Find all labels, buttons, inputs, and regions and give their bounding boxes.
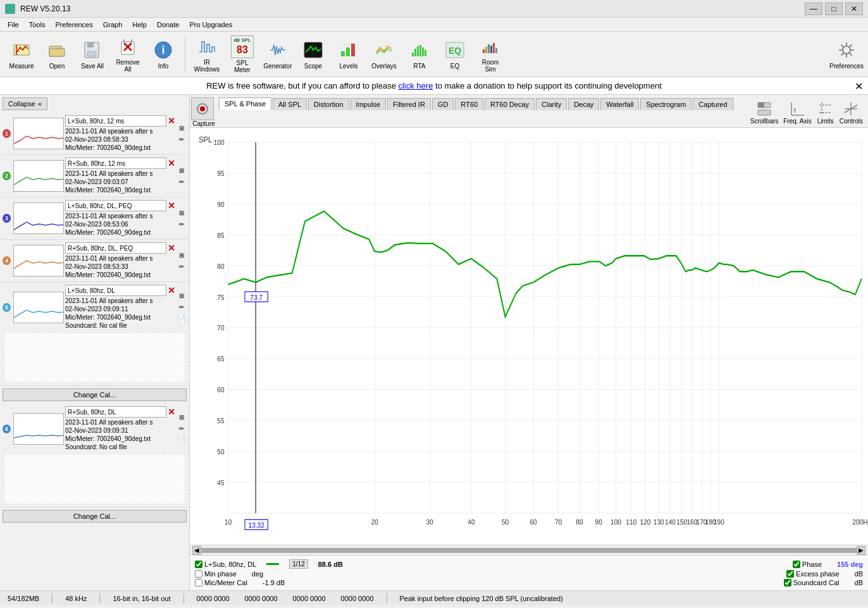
scroll-right-arrow[interactable]: ▶ bbox=[857, 546, 865, 555]
scope-button[interactable]: Scope bbox=[297, 34, 330, 75]
legend-mic-cal-label-container[interactable]: Mic/Meter Cal bbox=[195, 579, 247, 586]
measurement-remove-6[interactable]: ✕ bbox=[168, 407, 175, 416]
measurement-edit-5[interactable]: ✏ bbox=[177, 302, 187, 313]
spl-meter-button[interactable]: dB SPL83 SPL Meter bbox=[226, 34, 259, 75]
legend-mic-cal-checkbox[interactable] bbox=[195, 579, 202, 586]
menu-preferences[interactable]: Preferences bbox=[50, 20, 97, 30]
freq-axis-button[interactable]: f Freq. Axis bbox=[782, 99, 812, 126]
measurement-edit-3[interactable]: ✏ bbox=[177, 219, 187, 229]
capture-button[interactable] bbox=[191, 97, 214, 120]
measurement-edit-6[interactable]: ✏ bbox=[177, 424, 187, 434]
svg-text:30: 30 bbox=[426, 518, 433, 526]
measurement-remove-2[interactable]: ✕ bbox=[168, 159, 175, 168]
menu-graph[interactable]: Graph bbox=[98, 20, 128, 30]
tab-captured[interactable]: Captured bbox=[693, 98, 733, 110]
tab-gd[interactable]: GD bbox=[432, 98, 454, 110]
scroll-left-arrow[interactable]: ◀ bbox=[192, 546, 201, 555]
tab-impulse[interactable]: Impulse bbox=[350, 98, 387, 110]
open-button[interactable]: Open bbox=[40, 34, 73, 75]
tab-filtered-ir[interactable]: Filtered IR bbox=[387, 98, 431, 110]
tab-rt60-decay[interactable]: RT60 Decay bbox=[485, 98, 535, 110]
tab-spectrogram[interactable]: Spectrogram bbox=[640, 98, 691, 110]
info-button[interactable]: i Info bbox=[147, 34, 180, 75]
legend-phase-checkbox[interactable] bbox=[793, 561, 800, 568]
menu-pro-upgrades[interactable]: Pro Upgrades bbox=[184, 20, 237, 30]
measurement-name-input-5[interactable] bbox=[65, 285, 166, 296]
scrollbars-button[interactable]: Scrollbars bbox=[749, 99, 779, 126]
tab-rt60[interactable]: RT60 bbox=[455, 98, 483, 110]
remove-all-button[interactable]: Remove All bbox=[111, 34, 144, 75]
measurement-remove-5[interactable]: ✕ bbox=[168, 286, 175, 295]
minimize-button[interactable]: — bbox=[805, 3, 822, 15]
measurement-overlay-3[interactable]: ⊞ bbox=[177, 208, 187, 218]
legend-checkbox-1[interactable] bbox=[195, 561, 202, 568]
status-digital-1: 0000 0000 bbox=[194, 595, 232, 602]
measurement-overlay-2[interactable]: ⊞ bbox=[177, 165, 187, 175]
titlebar-controls[interactable]: — □ ✕ bbox=[805, 3, 863, 15]
menu-donate[interactable]: Donate bbox=[152, 20, 184, 30]
overlays-button[interactable]: Overlays bbox=[368, 34, 400, 75]
close-button[interactable]: ✕ bbox=[845, 3, 863, 15]
measurement-overlay-5[interactable]: ⊞ bbox=[177, 291, 187, 301]
measurement-doc-6[interactable]: 📄 bbox=[177, 435, 187, 445]
measurement-remove-4[interactable]: ✕ bbox=[168, 244, 175, 252]
menu-tools[interactable]: Tools bbox=[24, 20, 51, 30]
measurement-item-4: 4 ✕ 2023-11-01 All speakers after s 02-N… bbox=[0, 240, 189, 282]
notif-link[interactable]: click here bbox=[398, 81, 433, 90]
tab-decay[interactable]: Decay bbox=[568, 98, 599, 110]
measurement-thumbnail-4 bbox=[13, 245, 64, 276]
levels-button[interactable]: Levels bbox=[332, 34, 365, 75]
legend-excess-phase-label-container[interactable]: Excess phase bbox=[786, 570, 839, 578]
tab-all-spl[interactable]: All SPL bbox=[273, 98, 307, 110]
save-all-button[interactable]: Save All bbox=[76, 34, 109, 75]
measurement-overlay-6[interactable]: ⊞ bbox=[177, 413, 187, 423]
status-sample-rate: 48 kHz bbox=[63, 595, 89, 602]
measurement-overlay-4[interactable]: ⊞ bbox=[177, 250, 187, 260]
measurement-edit-2[interactable]: ✏ bbox=[177, 177, 187, 187]
tab-spl-phase[interactable]: SPL & Phase bbox=[219, 97, 271, 110]
scroll-track[interactable] bbox=[201, 548, 857, 553]
eq-button[interactable]: EQ EQ bbox=[438, 34, 471, 75]
measurement-doc-5[interactable]: 📄 bbox=[177, 314, 187, 324]
limits-button[interactable]: Limits bbox=[815, 99, 836, 126]
ir-windows-button[interactable]: IR Windows bbox=[190, 34, 223, 75]
measurement-name-input-2[interactable] bbox=[65, 158, 166, 169]
tab-waterfall[interactable]: Waterfall bbox=[600, 98, 639, 110]
room-sim-button[interactable]: Room Sim bbox=[474, 34, 507, 75]
rta-button[interactable]: RTA bbox=[403, 34, 436, 75]
change-cal-button-2[interactable]: Change Cal... bbox=[3, 510, 187, 523]
measurement-remove-3[interactable]: ✕ bbox=[168, 201, 175, 210]
measurement-name-input-1[interactable] bbox=[65, 115, 166, 127]
legend-min-phase-label-container[interactable]: Min phase bbox=[195, 570, 237, 578]
change-cal-button-1[interactable]: Change Cal... bbox=[3, 388, 187, 401]
tab-distortion[interactable]: Distortion bbox=[308, 98, 349, 110]
measure-button[interactable]: Measure bbox=[5, 34, 38, 75]
measurement-edit-4[interactable]: ✏ bbox=[177, 261, 187, 271]
svg-rect-19 bbox=[346, 47, 350, 56]
measurement-name-input-6[interactable] bbox=[65, 406, 166, 418]
svg-text:70: 70 bbox=[555, 518, 562, 526]
scope-icon bbox=[302, 39, 325, 61]
preferences-button[interactable]: Preferences bbox=[830, 34, 863, 75]
measurement-name-input-4[interactable] bbox=[65, 242, 166, 254]
menu-help[interactable]: Help bbox=[127, 20, 152, 30]
legend-soundcard-cal-checkbox[interactable] bbox=[784, 579, 791, 586]
horizontal-scrollbar[interactable]: ◀ ▶ bbox=[190, 545, 868, 555]
legend-checkbox-label-1[interactable]: L+Sub, 80hz, DL bbox=[195, 561, 256, 568]
measurement-remove-1[interactable]: ✕ bbox=[168, 116, 175, 125]
controls-button[interactable]: Controls bbox=[838, 99, 864, 126]
legend-phase-label-container[interactable]: Phase bbox=[793, 561, 822, 568]
maximize-button[interactable]: □ bbox=[825, 3, 843, 15]
measurement-edit-1[interactable]: ✏ bbox=[177, 134, 187, 144]
legend-soundcard-cal-label-container[interactable]: Soundcard Cal bbox=[784, 579, 840, 586]
tab-clarity[interactable]: Clarity bbox=[536, 98, 567, 110]
legend-min-phase-checkbox[interactable] bbox=[195, 570, 202, 578]
collapse-button[interactable]: Collapse « bbox=[3, 97, 47, 110]
legend-excess-phase-checkbox[interactable] bbox=[786, 570, 794, 578]
notification-close-button[interactable]: ✕ bbox=[855, 80, 863, 92]
scroll-thumb[interactable] bbox=[202, 549, 856, 552]
measurement-overlay-1[interactable]: ⊞ bbox=[177, 123, 187, 133]
generator-button[interactable]: Generator bbox=[261, 34, 294, 75]
menu-file[interactable]: File bbox=[3, 20, 24, 30]
measurement-name-input-3[interactable] bbox=[65, 200, 166, 211]
